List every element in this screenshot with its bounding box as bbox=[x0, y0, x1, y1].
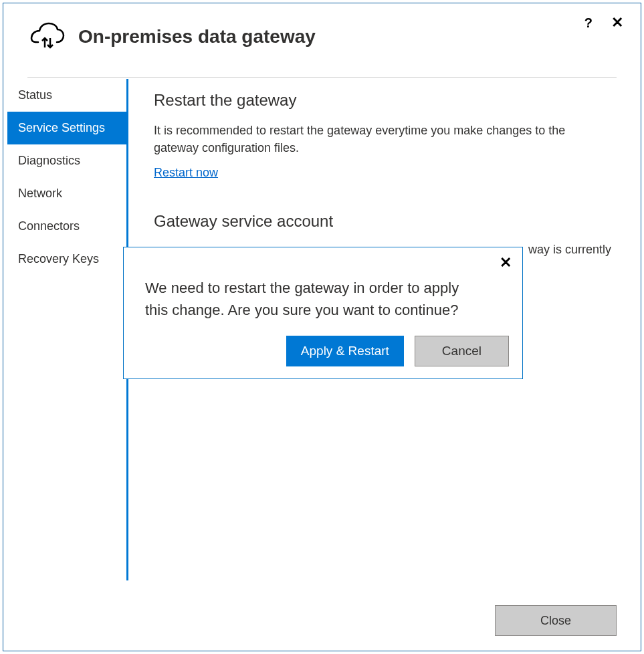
sidebar-item-network[interactable]: Network bbox=[7, 177, 126, 210]
dialog-message: We need to restart the gateway in order … bbox=[145, 277, 509, 321]
titlebar: On-premises data gateway ? ✕ bbox=[3, 3, 641, 77]
footer: Close bbox=[495, 605, 617, 636]
cancel-button[interactable]: Cancel bbox=[415, 336, 509, 366]
sidebar: Status Service Settings Diagnostics Netw… bbox=[7, 79, 126, 651]
service-account-title: Gateway service account bbox=[154, 212, 611, 231]
sidebar-item-diagnostics[interactable]: Diagnostics bbox=[7, 144, 126, 177]
dialog-buttons: Apply & Restart Cancel bbox=[145, 336, 509, 366]
restart-section-title: Restart the gateway bbox=[154, 91, 611, 110]
sidebar-item-status[interactable]: Status bbox=[7, 79, 126, 112]
dialog-close-button[interactable]: ✕ bbox=[500, 255, 512, 270]
help-button[interactable]: ? bbox=[582, 13, 595, 32]
close-icon: ✕ bbox=[500, 254, 512, 271]
restart-section-desc: It is recommended to restart the gateway… bbox=[154, 122, 611, 156]
close-button[interactable]: Close bbox=[495, 605, 617, 636]
cloud-gateway-icon bbox=[30, 22, 65, 51]
app-title: On-premises data gateway bbox=[78, 26, 316, 47]
sidebar-item-connectors[interactable]: Connectors bbox=[7, 210, 126, 243]
apply-restart-button[interactable]: Apply & Restart bbox=[286, 336, 404, 366]
window-close-button[interactable]: ✕ bbox=[609, 13, 626, 33]
sidebar-item-recovery-keys[interactable]: Recovery Keys bbox=[7, 243, 126, 276]
confirm-restart-dialog: ✕ We need to restart the gateway in orde… bbox=[123, 247, 523, 379]
title-section: On-premises data gateway bbox=[30, 13, 582, 51]
header-divider bbox=[27, 77, 617, 78]
titlebar-buttons: ? ✕ bbox=[582, 13, 626, 33]
sidebar-item-service-settings[interactable]: Service Settings bbox=[7, 112, 126, 144]
restart-now-link[interactable]: Restart now bbox=[154, 166, 218, 180]
